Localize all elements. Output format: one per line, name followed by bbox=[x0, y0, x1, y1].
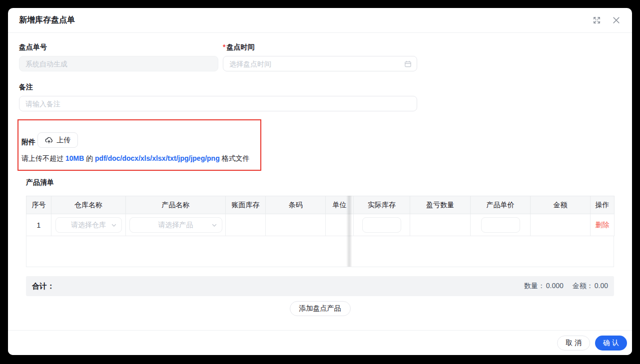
col-header-unit-price: 产品单价 bbox=[471, 196, 531, 214]
col-header-product: 产品名称 bbox=[126, 196, 226, 214]
remark-input[interactable] bbox=[19, 96, 417, 111]
amount-cell bbox=[531, 214, 591, 236]
table-empty-area bbox=[26, 236, 614, 267]
profit-loss-qty-cell bbox=[410, 214, 471, 236]
modal-body: 盘点单号 *盘点时间 bbox=[8, 33, 632, 316]
close-icon[interactable] bbox=[612, 15, 621, 25]
required-asterisk: * bbox=[223, 43, 225, 51]
unit-price-input[interactable] bbox=[481, 217, 520, 233]
time-label: *盘点时间 bbox=[223, 43, 417, 51]
product-select[interactable]: 请选择产品 bbox=[129, 217, 222, 233]
summary-bar: 合计： 数量：0.000 金额：0.00 bbox=[26, 276, 614, 296]
modal-header: 新增库存盘点单 bbox=[8, 8, 632, 33]
remark-label: 备注 bbox=[19, 83, 621, 91]
col-header-book-stock: 账面库存 bbox=[226, 196, 266, 214]
unit-cell bbox=[326, 214, 354, 236]
attachment-label: 附件 bbox=[21, 138, 35, 146]
product-list-section: 产品清单 序号 仓库名称 产品名称 账面库存 bbox=[26, 178, 614, 316]
summary-amount-value: 0.00 bbox=[595, 282, 608, 291]
cancel-button[interactable]: 取 消 bbox=[557, 336, 590, 351]
calendar-icon[interactable] bbox=[404, 60, 412, 67]
order-no-input[interactable] bbox=[19, 56, 218, 71]
upload-tip: 请上传不超过 10MB 的 pdf/doc/docx/xls/xlsx/txt/… bbox=[21, 154, 257, 163]
order-no-label: 盘点单号 bbox=[19, 43, 218, 51]
col-header-profit-loss-qty: 盈亏数量 bbox=[410, 196, 471, 214]
attachment-highlight-box: 附件 上传 请上传不超过 10MB 的 pdf/doc/docx/xls/xls… bbox=[17, 119, 261, 171]
summary-amount: 金额：0.00 bbox=[573, 282, 608, 291]
table-row: 1 请选择仓库 请 bbox=[26, 214, 615, 236]
modal-footer: 取 消 确 认 bbox=[8, 330, 632, 355]
col-header-index: 序号 bbox=[26, 196, 51, 214]
col-header-actual-stock: 实际库存 bbox=[354, 196, 410, 214]
product-select-placeholder: 请选择产品 bbox=[158, 221, 193, 230]
summary-qty-value: 0.000 bbox=[546, 282, 564, 291]
row-index: 1 bbox=[26, 214, 51, 236]
upload-tip-size: 10MB bbox=[65, 154, 84, 162]
col-header-warehouse: 仓库名称 bbox=[51, 196, 126, 214]
upload-tip-formats: pdf/doc/docx/xls/xlsx/txt/jpg/jpeg/png bbox=[95, 154, 220, 162]
summary-qty: 数量：0.000 bbox=[524, 282, 564, 291]
product-table: 序号 仓库名称 产品名称 账面库存 条码 单位 实际库存 盈亏数量 产品单价 金… bbox=[26, 196, 614, 267]
product-list-title: 产品清单 bbox=[26, 178, 614, 187]
book-stock-cell bbox=[226, 214, 266, 236]
delete-row-link[interactable]: 删除 bbox=[596, 221, 610, 229]
actual-stock-input[interactable] bbox=[362, 217, 401, 233]
col-header-unit: 单位 bbox=[326, 196, 354, 214]
table-header-row: 序号 仓库名称 产品名称 账面库存 条码 单位 实际库存 盈亏数量 产品单价 金… bbox=[26, 196, 615, 214]
summary-total-label: 合计： bbox=[32, 282, 54, 291]
fullscreen-icon[interactable] bbox=[592, 15, 602, 25]
add-stocktaking-modal: 新增库存盘点单 盘点单号 bbox=[8, 8, 632, 355]
upload-button-label: 上传 bbox=[56, 136, 70, 145]
warehouse-select[interactable]: 请选择仓库 bbox=[55, 217, 122, 233]
warehouse-select-placeholder: 请选择仓库 bbox=[71, 221, 106, 230]
col-header-action: 操作 bbox=[591, 196, 615, 214]
upload-button[interactable]: 上传 bbox=[37, 132, 78, 148]
col-header-amount: 金额 bbox=[531, 196, 591, 214]
time-input[interactable] bbox=[223, 56, 417, 71]
add-product-button[interactable]: 添加盘点产品 bbox=[290, 301, 351, 316]
confirm-button[interactable]: 确 认 bbox=[595, 336, 627, 351]
barcode-cell bbox=[266, 214, 326, 236]
col-header-barcode: 条码 bbox=[266, 196, 326, 214]
modal-title: 新增库存盘点单 bbox=[19, 15, 75, 25]
upload-cloud-icon bbox=[45, 136, 53, 144]
chevron-down-icon bbox=[211, 222, 217, 228]
chevron-down-icon bbox=[111, 222, 117, 228]
